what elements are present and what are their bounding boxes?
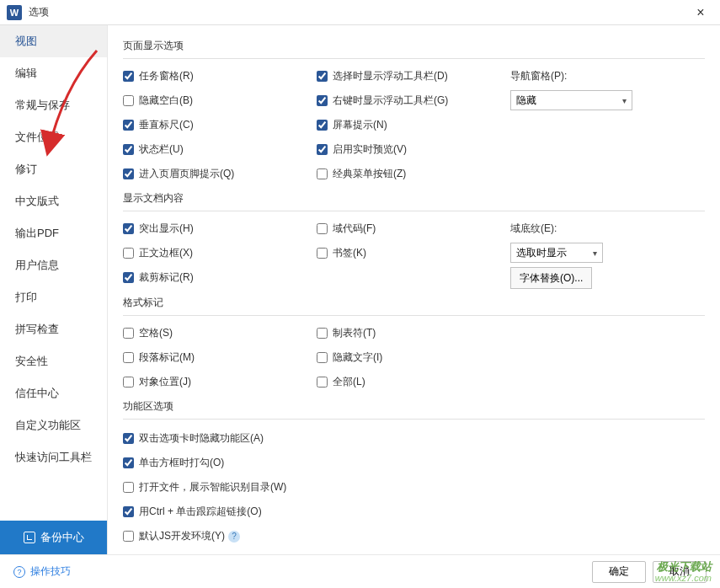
sidebar-item-0[interactable]: 视图 — [0, 25, 107, 57]
ribbon-opt-2[interactable]: 打开文件，展示智能识别目录(W) — [123, 475, 705, 500]
footer: ? 操作技巧 确定 取消 — [0, 554, 720, 588]
window-title: 选项 — [29, 5, 688, 19]
sidebar-item-9[interactable]: 拼写检查 — [0, 313, 107, 345]
font-substitute-button[interactable]: 字体替换(O)... — [510, 267, 592, 289]
ribbon-opt-4-input[interactable] — [123, 531, 134, 542]
ribbon-opt-0[interactable]: 双击选项卡时隐藏功能区(A) — [123, 426, 705, 451]
page-display-left-1[interactable]: 隐藏空白(B) — [123, 90, 317, 111]
page-display-left-0-label: 任务窗格(R) — [139, 69, 194, 83]
sidebar-item-5[interactable]: 中文版式 — [0, 185, 107, 217]
doc-content-left-1[interactable]: 正文边框(X) — [123, 243, 317, 264]
doc-content-mid-1-input[interactable] — [317, 248, 328, 259]
page-display-mid-0-label: 选择时显示浮动工具栏(D) — [333, 69, 448, 83]
page-display-mid-1-input[interactable] — [317, 95, 328, 106]
sidebar-item-12[interactable]: 自定义功能区 — [0, 409, 107, 441]
page-display-mid-4-input[interactable] — [317, 168, 328, 179]
backup-icon — [24, 532, 35, 543]
ribbon-opt-4[interactable]: 默认JS开发环境(Y)? — [123, 524, 705, 548]
page-display-left-2[interactable]: 垂直标尺(C) — [123, 115, 317, 136]
page-display-left-1-input[interactable] — [123, 95, 134, 106]
doc-content-left-2[interactable]: 裁剪标记(R) — [123, 267, 317, 288]
page-display-mid-2-label: 屏幕提示(N) — [333, 118, 387, 132]
page-display-left-4[interactable]: 进入页眉页脚提示(Q) — [123, 163, 317, 184]
divider — [123, 315, 705, 316]
section-title-doc-content: 显示文档内容 — [123, 188, 705, 209]
help-icon[interactable]: ? — [228, 531, 240, 543]
format-mid-0[interactable]: 制表符(T) — [317, 323, 510, 344]
sidebar-item-6[interactable]: 输出PDF — [0, 217, 107, 249]
format-mid-0-label: 制表符(T) — [333, 326, 376, 340]
page-display-left-0-input[interactable] — [123, 71, 134, 82]
format-left-1[interactable]: 段落标记(M) — [123, 347, 317, 368]
doc-content-left-0[interactable]: 突出显示(H) — [123, 218, 317, 239]
page-display-mid-1[interactable]: 右键时显示浮动工具栏(G) — [317, 90, 510, 111]
sidebar: 视图编辑常规与保存文件位置修订中文版式输出PDF用户信息打印拼写检查安全性信任中… — [0, 25, 108, 554]
ribbon-opt-3-input[interactable] — [123, 506, 134, 517]
doc-content-left-1-input[interactable] — [123, 248, 134, 259]
tips-link[interactable]: ? 操作技巧 — [13, 564, 71, 579]
doc-content-mid-0-input[interactable] — [317, 223, 328, 234]
close-button[interactable]: × — [688, 5, 713, 20]
format-mid-1-input[interactable] — [317, 352, 328, 363]
page-display-left-0[interactable]: 任务窗格(R) — [123, 66, 317, 87]
section-title-ribbon: 功能区选项 — [123, 396, 705, 417]
backup-label: 备份中心 — [40, 530, 84, 545]
field-shading-label: 域底纹(E): — [510, 218, 705, 239]
format-left-0[interactable]: 空格(S) — [123, 323, 317, 344]
format-mid-0-input[interactable] — [317, 328, 328, 339]
ribbon-opt-2-input[interactable] — [123, 482, 134, 493]
page-display-mid-2-input[interactable] — [317, 120, 328, 131]
field-shading-select[interactable]: 选取时显示 — [510, 243, 603, 263]
ok-button[interactable]: 确定 — [592, 561, 646, 583]
ribbon-opt-1-input[interactable] — [123, 457, 134, 468]
page-display-mid-0[interactable]: 选择时显示浮动工具栏(D) — [317, 66, 510, 87]
doc-content-mid-1[interactable]: 书签(K) — [317, 243, 510, 264]
ribbon-opt-0-input[interactable] — [123, 433, 134, 444]
sidebar-item-4[interactable]: 修订 — [0, 153, 107, 185]
format-left-1-input[interactable] — [123, 352, 134, 363]
format-mid-2-input[interactable] — [317, 377, 328, 388]
format-left-2-input[interactable] — [123, 377, 134, 388]
page-display-mid-4[interactable]: 经典菜单按钮(Z) — [317, 163, 510, 184]
format-mid-2[interactable]: 全部(L) — [317, 372, 510, 393]
ribbon-opt-3-label: 用Ctrl + 单击跟踪超链接(O) — [139, 505, 262, 519]
sidebar-item-10[interactable]: 安全性 — [0, 345, 107, 377]
cancel-button[interactable]: 取消 — [653, 561, 707, 583]
page-display-mid-3[interactable]: 启用实时预览(V) — [317, 139, 510, 160]
page-display-left-3[interactable]: 状态栏(U) — [123, 139, 317, 160]
section-title-page-display: 页面显示选项 — [123, 35, 705, 56]
ribbon-opt-2-label: 打开文件，展示智能识别目录(W) — [139, 480, 286, 494]
divider — [123, 211, 705, 211]
format-left-2[interactable]: 对象位置(J) — [123, 372, 317, 393]
format-left-0-input[interactable] — [123, 328, 134, 339]
page-display-left-4-input[interactable] — [123, 168, 134, 179]
page-display-mid-0-input[interactable] — [317, 71, 328, 82]
tips-label: 操作技巧 — [30, 564, 71, 579]
format-left-0-label: 空格(S) — [139, 326, 173, 340]
sidebar-item-7[interactable]: 用户信息 — [0, 249, 107, 281]
page-display-left-1-label: 隐藏空白(B) — [139, 94, 193, 108]
ribbon-opt-1-label: 单击方框时打勾(O) — [139, 456, 224, 470]
titlebar: W 选项 × — [0, 0, 720, 25]
page-display-left-2-input[interactable] — [123, 120, 134, 131]
page-display-mid-3-input[interactable] — [317, 144, 328, 155]
ribbon-opt-3[interactable]: 用Ctrl + 单击跟踪超链接(O) — [123, 500, 705, 524]
nav-pane-select[interactable]: 隐藏 — [510, 90, 632, 110]
doc-content-mid-0[interactable]: 域代码(F) — [317, 218, 510, 239]
format-mid-1[interactable]: 隐藏文字(I) — [317, 347, 510, 368]
doc-content-left-0-input[interactable] — [123, 223, 134, 234]
sidebar-item-13[interactable]: 快速访问工具栏 — [0, 441, 107, 473]
sidebar-item-1[interactable]: 编辑 — [0, 57, 107, 89]
doc-content-left-2-input[interactable] — [123, 272, 134, 283]
page-display-mid-3-label: 启用实时预览(V) — [333, 142, 407, 157]
sidebar-item-8[interactable]: 打印 — [0, 281, 107, 313]
format-left-2-label: 对象位置(J) — [139, 375, 191, 389]
sidebar-item-2[interactable]: 常规与保存 — [0, 89, 107, 121]
sidebar-item-3[interactable]: 文件位置 — [0, 121, 107, 153]
page-display-left-3-input[interactable] — [123, 144, 134, 155]
backup-center-button[interactable]: 备份中心 — [0, 521, 107, 554]
ribbon-opt-4-label: 默认JS开发环境(Y) — [139, 529, 225, 543]
ribbon-opt-1[interactable]: 单击方框时打勾(O) — [123, 451, 705, 475]
page-display-mid-2[interactable]: 屏幕提示(N) — [317, 115, 510, 136]
sidebar-item-11[interactable]: 信任中心 — [0, 377, 107, 409]
